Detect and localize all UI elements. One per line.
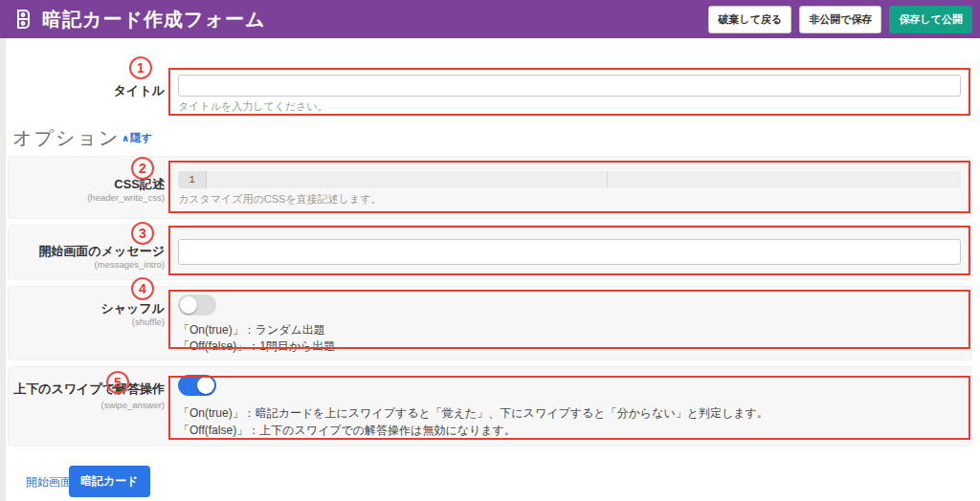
shuffle-off-description: 「Off(false)」：1問目から出題	[178, 338, 335, 355]
editor-text-area[interactable]	[207, 171, 961, 188]
intro-field-label: 開始画面のメッセージ	[0, 243, 165, 260]
css-field-key: (header_write_css)	[0, 192, 165, 203]
hide-options-link[interactable]: ∧隠す	[122, 131, 151, 145]
swipe-on-description: 「On(true)」：暗記カードを上にスワイプすると「覚えた」、下にスワイプする…	[178, 405, 768, 422]
left-gutter	[0, 38, 6, 501]
toggle-knob	[197, 377, 214, 394]
toggle-knob	[180, 296, 197, 314]
app-header: 暗記カード作成フォーム 破棄して戻る 非公開で保存 保存して公開	[0, 0, 980, 38]
tab-memo-card[interactable]: 暗記カード	[69, 466, 150, 497]
options-section-heading: オプション	[12, 125, 120, 151]
page-title: 暗記カード作成フォーム	[42, 7, 265, 33]
swipe-off-description: 「Off(false)」：上下のスワイプでの解答操作は無効になります。	[178, 423, 516, 439]
shuffle-on-description: 「On(true)」：ランダム出題	[178, 322, 325, 338]
chevron-up-icon: ∧	[122, 133, 129, 143]
shuffle-toggle[interactable]	[178, 294, 216, 316]
save-private-button[interactable]: 非公開で保存	[799, 6, 881, 33]
css-helper-text: カスタマイズ用のCSSを直接記述します。	[178, 192, 381, 207]
title-helper-text: タイトルを入力してください。	[178, 99, 328, 114]
intro-field-key: (messages_intro)	[0, 259, 165, 270]
shuffle-field-label: シャッフル	[0, 300, 165, 317]
discard-and-back-button[interactable]: 破棄して戻る	[708, 6, 791, 33]
intro-message-input[interactable]	[178, 239, 961, 265]
header-actions: 破棄して戻る 非公開で保存 保存して公開	[708, 6, 972, 33]
shuffle-field-key: (shuffle)	[0, 316, 165, 327]
title-field-label: タイトル	[0, 82, 165, 99]
memo-card-form-page: 暗記カード作成フォーム 破棄して戻る 非公開で保存 保存して公開 タイトル タイ…	[0, 0, 980, 501]
hide-options-label: 隠す	[130, 132, 151, 143]
css-field-label: CSS記述	[0, 176, 165, 193]
title-input[interactable]	[178, 75, 961, 97]
swipe-answer-toggle[interactable]	[178, 375, 216, 396]
editor-column-ruler	[607, 171, 608, 188]
swipe-field-label: 上下のスワイプで解答操作	[0, 381, 165, 398]
css-code-editor[interactable]: 1	[178, 171, 961, 188]
annotation-number-1: 1	[129, 56, 152, 79]
editor-line-number: 1	[178, 171, 207, 188]
tab-start-screen[interactable]: 開始画面	[26, 474, 72, 490]
swipe-field-key: (swipe_answer)	[0, 400, 165, 410]
app-logo-icon	[11, 8, 34, 31]
save-publish-button[interactable]: 保存して公開	[889, 6, 972, 33]
